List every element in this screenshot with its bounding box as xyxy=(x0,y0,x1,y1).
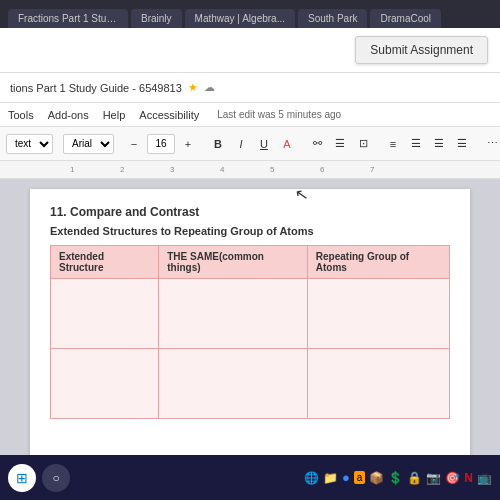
subheading: Extended Structures to Repeating Group o… xyxy=(50,225,450,237)
menu-addons[interactable]: Add-ons xyxy=(48,109,89,121)
table-header-repeating: Repeating Group of Atoms xyxy=(307,246,449,279)
cloud-icon: ☁ xyxy=(204,81,215,94)
star-icon[interactable]: ★ xyxy=(188,81,198,94)
comment-button[interactable]: ☰ xyxy=(330,134,350,154)
last-edit-text: Last edit was 5 minutes ago xyxy=(217,109,341,120)
tab-brainly[interactable]: Brainly xyxy=(131,9,182,28)
taskbar-target-icon[interactable]: 🎯 xyxy=(445,471,460,485)
font-select[interactable]: Arial xyxy=(63,134,114,154)
menu-help[interactable]: Help xyxy=(103,109,126,121)
table-row xyxy=(51,279,450,349)
table-header-row: Extended Structure THE SAME(common thing… xyxy=(51,246,450,279)
search-button[interactable]: ○ xyxy=(42,464,70,492)
underline-button[interactable]: U xyxy=(254,134,274,154)
doc-title-text: tions Part 1 Study Guide - 6549813 xyxy=(10,82,182,94)
top-bar: Submit Assignment xyxy=(0,28,500,73)
table-cell-repeating-2[interactable] xyxy=(307,349,449,419)
taskbar-explorer-icon[interactable]: 📁 xyxy=(323,471,338,485)
line-spacing-button[interactable]: ☰ xyxy=(406,134,426,154)
tab-fractions[interactable]: Fractions Part 1 Study Guide xyxy=(8,9,128,28)
menu-tools[interactable]: Tools xyxy=(8,109,34,121)
more-options-button[interactable]: ⋯ xyxy=(482,134,500,154)
taskbar-netflix-icon[interactable]: N xyxy=(464,471,473,485)
start-button[interactable]: ⊞ xyxy=(8,464,36,492)
taskbar-tv-icon[interactable]: 📺 xyxy=(477,471,492,485)
taskbar-chrome-icon[interactable]: ● xyxy=(342,470,350,485)
taskbar-dollar-icon[interactable]: 💲 xyxy=(388,471,403,485)
taskbar-lock-icon[interactable]: 🔒 xyxy=(407,471,422,485)
ruler: 1 2 3 4 5 6 7 xyxy=(0,161,500,179)
list-button[interactable]: ☰ xyxy=(429,134,449,154)
font-size-decrease-button[interactable]: − xyxy=(124,134,144,154)
ruler-mark-4: 4 xyxy=(220,165,224,174)
taskbar-dropbox-icon[interactable]: 📦 xyxy=(369,471,384,485)
taskbar: ⊞ ○ 🌐 📁 ● a 📦 💲 🔒 📷 🎯 N 📺 xyxy=(0,455,500,500)
taskbar-tray: 🌐 📁 ● a 📦 💲 🔒 📷 🎯 N 📺 xyxy=(304,470,492,485)
format-select[interactable]: text xyxy=(6,134,53,154)
ruler-mark-2: 2 xyxy=(120,165,124,174)
taskbar-edge-icon[interactable]: 🌐 xyxy=(304,471,319,485)
table-cell-extended-1[interactable] xyxy=(51,279,159,349)
question-number: 11. Compare and Contrast xyxy=(50,205,450,219)
tab-mathway[interactable]: Mathway | Algebra... xyxy=(185,9,295,28)
taskbar-photo-icon[interactable]: 📷 xyxy=(426,471,441,485)
table-row xyxy=(51,349,450,419)
document-area: 11. Compare and Contrast Extended Struct… xyxy=(0,179,500,469)
indent-button[interactable]: ☰ xyxy=(452,134,472,154)
submit-assignment-button[interactable]: Submit Assignment xyxy=(355,36,488,64)
table-cell-repeating-1[interactable] xyxy=(307,279,449,349)
windows-icon: ⊞ xyxy=(16,470,28,486)
browser-tab-bar: Fractions Part 1 Study Guide Brainly Mat… xyxy=(0,0,500,28)
align-button[interactable]: ≡ xyxy=(383,134,403,154)
table-header-same: THE SAME(common things) xyxy=(159,246,308,279)
ruler-mark-7: 7 xyxy=(370,165,374,174)
ruler-mark-3: 3 xyxy=(170,165,174,174)
ruler-mark-1: 1 xyxy=(70,165,74,174)
tab-dramacool[interactable]: DramaCool xyxy=(370,9,441,28)
text-color-button[interactable]: A xyxy=(277,134,297,154)
ruler-mark-5: 5 xyxy=(270,165,274,174)
doc-title-bar: tions Part 1 Study Guide - 6549813 ★ ☁ xyxy=(0,73,500,103)
font-size-input[interactable] xyxy=(147,134,175,154)
toolbar: text Arial − + B I U A ⚯ ☰ ⊡ ≡ ☰ ☰ ☰ ⋯ xyxy=(0,127,500,161)
compare-contrast-table: Extended Structure THE SAME(common thing… xyxy=(50,245,450,419)
menu-accessibility[interactable]: Accessibility xyxy=(139,109,199,121)
italic-button[interactable]: I xyxy=(231,134,251,154)
font-size-increase-button[interactable]: + xyxy=(178,134,198,154)
table-cell-same-1[interactable] xyxy=(159,279,308,349)
bold-button[interactable]: B xyxy=(208,134,228,154)
table-header-extended: Extended Structure xyxy=(51,246,159,279)
ruler-mark-6: 6 xyxy=(320,165,324,174)
document-page[interactable]: 11. Compare and Contrast Extended Struct… xyxy=(30,189,470,459)
menu-bar: Tools Add-ons Help Accessibility Last ed… xyxy=(0,103,500,127)
taskbar-amazon-icon[interactable]: a xyxy=(354,471,366,484)
link-button[interactable]: ⚯ xyxy=(307,134,327,154)
table-cell-extended-2[interactable] xyxy=(51,349,159,419)
image-button[interactable]: ⊡ xyxy=(353,134,373,154)
table-cell-same-2[interactable] xyxy=(159,349,308,419)
tab-southpark[interactable]: South Park xyxy=(298,9,367,28)
